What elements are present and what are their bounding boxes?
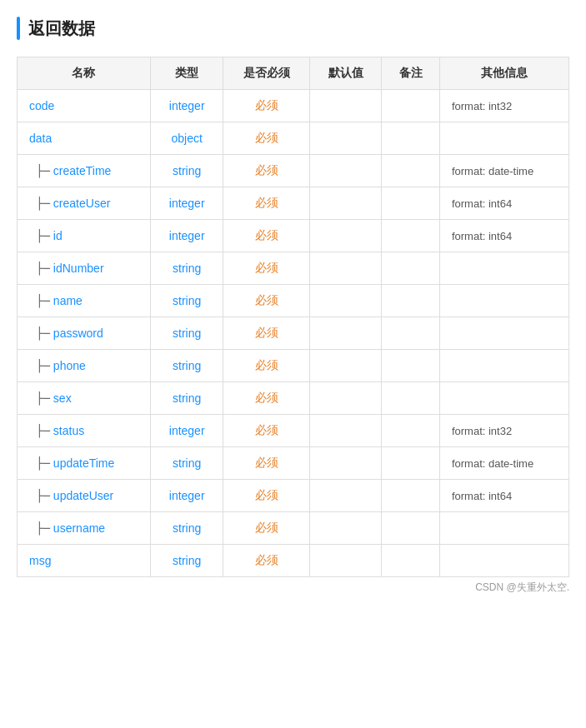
title-section: 返回数据 <box>17 17 569 40</box>
cell-required: 必须 <box>223 350 310 382</box>
cell-type: string <box>150 285 223 317</box>
cell-default <box>309 317 382 350</box>
cell-remark <box>382 382 439 415</box>
table-row: ├─phonestring必须 <box>18 350 569 382</box>
cell-type: integer <box>150 220 223 252</box>
cell-default <box>309 285 382 317</box>
cell-name: code <box>18 90 151 122</box>
cell-type: string <box>150 382 223 415</box>
col-header-remark: 备注 <box>382 57 439 90</box>
cell-remark <box>382 350 439 382</box>
cell-type: integer <box>150 187 223 220</box>
cell-other <box>439 382 568 415</box>
table-row: dataobject必须 <box>18 122 569 155</box>
cell-name: ├─username <box>18 512 151 545</box>
cell-type: string <box>150 252 223 285</box>
table-row: ├─createTimestring必须format: date-time <box>18 155 569 187</box>
cell-remark <box>382 512 439 545</box>
cell-default <box>309 512 382 545</box>
cell-name: ├─password <box>18 317 151 350</box>
table-row: codeinteger必须format: int32 <box>18 90 569 122</box>
cell-default <box>309 155 382 187</box>
cell-default <box>309 382 382 415</box>
cell-other <box>439 252 568 285</box>
cell-remark <box>382 480 439 512</box>
cell-name: ├─id <box>18 220 151 252</box>
cell-name: data <box>18 122 151 155</box>
cell-name: ├─updateUser <box>18 480 151 512</box>
table-row: ├─sexstring必须 <box>18 382 569 415</box>
cell-type: integer <box>150 415 223 447</box>
cell-other <box>439 512 568 545</box>
col-header-required: 是否必须 <box>223 57 310 90</box>
col-header-default: 默认值 <box>309 57 382 90</box>
cell-required: 必须 <box>223 545 310 577</box>
cell-other <box>439 545 568 577</box>
table-row: ├─passwordstring必须 <box>18 317 569 350</box>
cell-name: ├─phone <box>18 350 151 382</box>
cell-default <box>309 447 382 480</box>
cell-type: object <box>150 122 223 155</box>
cell-remark <box>382 545 439 577</box>
cell-name: ├─updateTime <box>18 447 151 480</box>
cell-default <box>309 350 382 382</box>
table-row: msgstring必须 <box>18 545 569 577</box>
cell-other: format: int64 <box>439 220 568 252</box>
cell-remark <box>382 285 439 317</box>
table-row: ├─updateUserinteger必须format: int64 <box>18 480 569 512</box>
cell-remark <box>382 155 439 187</box>
cell-other: format: int32 <box>439 90 568 122</box>
cell-name: ├─idNumber <box>18 252 151 285</box>
cell-name: ├─name <box>18 285 151 317</box>
cell-remark <box>382 415 439 447</box>
cell-required: 必须 <box>223 220 310 252</box>
cell-remark <box>382 447 439 480</box>
cell-name: ├─createUser <box>18 187 151 220</box>
cell-name: ├─status <box>18 415 151 447</box>
cell-required: 必须 <box>223 512 310 545</box>
cell-required: 必须 <box>223 252 310 285</box>
cell-type: string <box>150 545 223 577</box>
page-title: 返回数据 <box>28 17 95 40</box>
cell-default <box>309 480 382 512</box>
cell-remark <box>382 90 439 122</box>
cell-name: ├─createTime <box>18 155 151 187</box>
cell-required: 必须 <box>223 122 310 155</box>
cell-remark <box>382 220 439 252</box>
cell-type: string <box>150 447 223 480</box>
cell-required: 必须 <box>223 480 310 512</box>
cell-required: 必须 <box>223 415 310 447</box>
cell-type: integer <box>150 480 223 512</box>
cell-type: string <box>150 512 223 545</box>
cell-required: 必须 <box>223 317 310 350</box>
cell-default <box>309 220 382 252</box>
table-row: ├─idNumberstring必须 <box>18 252 569 285</box>
title-accent-bar <box>17 17 20 40</box>
cell-required: 必须 <box>223 187 310 220</box>
col-header-other: 其他信息 <box>439 57 568 90</box>
cell-default <box>309 545 382 577</box>
cell-default <box>309 252 382 285</box>
table-row: ├─updateTimestring必须format: date-time <box>18 447 569 480</box>
table-row: ├─usernamestring必须 <box>18 512 569 545</box>
watermark: CSDN @失重外太空. <box>17 581 569 595</box>
table-row: ├─createUserinteger必须format: int64 <box>18 187 569 220</box>
col-header-name: 名称 <box>18 57 151 90</box>
cell-type: string <box>150 350 223 382</box>
cell-required: 必须 <box>223 285 310 317</box>
cell-required: 必须 <box>223 90 310 122</box>
cell-remark <box>382 317 439 350</box>
cell-remark <box>382 122 439 155</box>
cell-required: 必须 <box>223 155 310 187</box>
table-row: ├─idinteger必须format: int64 <box>18 220 569 252</box>
cell-default <box>309 415 382 447</box>
cell-required: 必须 <box>223 382 310 415</box>
table-header-row: 名称 类型 是否必须 默认值 备注 其他信息 <box>18 57 569 90</box>
table-row: ├─statusinteger必须format: int32 <box>18 415 569 447</box>
cell-other: format: date-time <box>439 155 568 187</box>
cell-name: msg <box>18 545 151 577</box>
cell-default <box>309 90 382 122</box>
cell-required: 必须 <box>223 447 310 480</box>
return-data-table: 名称 类型 是否必须 默认值 备注 其他信息 codeinteger必须form… <box>17 57 569 577</box>
cell-type: string <box>150 317 223 350</box>
